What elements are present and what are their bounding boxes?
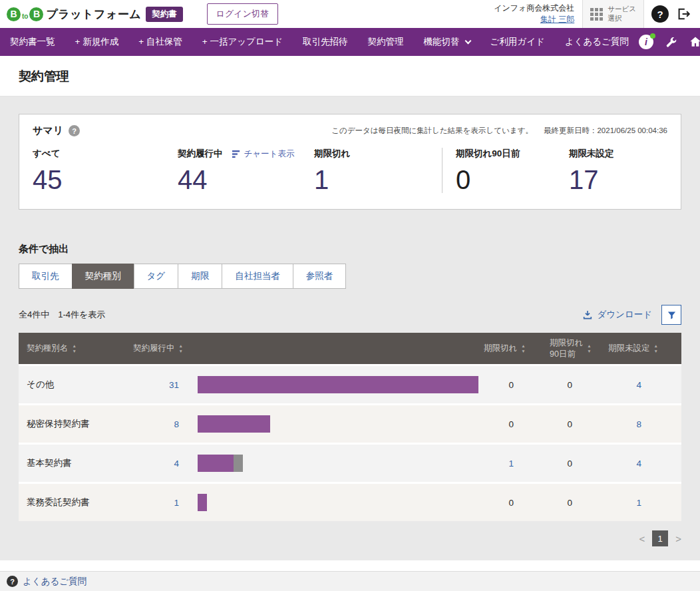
active-count-link[interactable]: 1 bbox=[174, 498, 179, 508]
sort-icon: ▲▼ bbox=[587, 343, 591, 353]
logo-platform-text: プラットフォーム bbox=[46, 7, 141, 22]
no-deadline-count-link[interactable]: 1 bbox=[636, 498, 641, 508]
no-deadline-count-link[interactable]: 4 bbox=[636, 380, 641, 390]
page-title: 契約管理 bbox=[19, 68, 681, 85]
info-button[interactable]: i bbox=[639, 35, 653, 49]
service-select-label-2: 選択 bbox=[608, 14, 621, 22]
bar-segment bbox=[234, 455, 243, 472]
user-name-link[interactable]: 集計 三郎 bbox=[494, 14, 574, 25]
filter-icon bbox=[667, 310, 677, 320]
contract-type-cell: その他 bbox=[19, 379, 133, 391]
summary-stats: すべて 45 契約履行中 チャート表示 44 期限切れ 1 bbox=[33, 148, 667, 193]
stat-expired: 期限切れ 1 bbox=[314, 148, 442, 193]
no-deadline-count-link[interactable]: 4 bbox=[636, 459, 641, 469]
expired-90-count: 0 bbox=[567, 380, 572, 390]
sort-active-header[interactable]: 契約履行中 ▲▼ bbox=[133, 343, 198, 354]
btob-logo[interactable]: B to B プラットフォーム 契約書 bbox=[7, 7, 183, 22]
table-row: その他 31 0 0 4 bbox=[19, 366, 681, 403]
expired-count-link[interactable]: 1 bbox=[508, 459, 514, 469]
contract-type-cell: 秘密保持契約書 bbox=[19, 418, 133, 430]
logo-b-icon: B bbox=[29, 7, 43, 21]
nav-item-bulk-upload[interactable]: + 一括アップロード bbox=[192, 28, 293, 56]
account-info: インフォ商会株式会社 集計 三郎 bbox=[494, 3, 574, 26]
filter-button[interactable] bbox=[661, 305, 681, 325]
footer: ? よくあるご質問 bbox=[0, 571, 700, 591]
active-count-link[interactable]: 31 bbox=[169, 380, 179, 390]
download-link[interactable]: ダウンロード bbox=[582, 309, 652, 321]
sort-contract-type-header[interactable]: 契約種別名 ▲▼ bbox=[19, 343, 133, 354]
prev-page-button[interactable]: < bbox=[639, 533, 645, 544]
nav-item-contract-management[interactable]: 契約管理 bbox=[358, 28, 414, 56]
stat-expired-90-label: 期限切れ90日前 bbox=[456, 148, 520, 160]
nav-item-self-storage[interactable]: + 自社保管 bbox=[128, 28, 192, 56]
notification-dot-icon bbox=[650, 33, 655, 39]
nav-item-function-switch[interactable]: 機能切替 bbox=[414, 28, 480, 56]
summary-note: このデータは毎日夜間に集計した結果を表示しています。 bbox=[331, 126, 533, 136]
sort-no-deadline-header[interactable]: 期限未設定 ▲▼ bbox=[607, 343, 681, 354]
nav-item-faq[interactable]: よくあるご質問 bbox=[555, 28, 639, 56]
nav-item-partner-invite[interactable]: 取引先招待 bbox=[293, 28, 358, 56]
tab-company-staff[interactable]: 自社担当者 bbox=[222, 264, 293, 289]
sort-icon: ▲▼ bbox=[654, 343, 658, 353]
download-icon bbox=[582, 309, 593, 320]
sort-icon: ▲▼ bbox=[521, 343, 525, 353]
stat-no-deadline-label: 期限未設定 bbox=[569, 148, 614, 160]
stat-expired-90: 期限切れ90日前 0 bbox=[456, 148, 569, 193]
footer-faq-link[interactable]: よくあるご質問 bbox=[23, 576, 87, 588]
next-page-button[interactable]: > bbox=[675, 533, 681, 544]
nav-item-user-guide[interactable]: ご利用ガイド bbox=[480, 28, 555, 56]
table-row: 業務委託契約書 1 0 0 1 bbox=[19, 484, 681, 521]
contract-badge: 契約書 bbox=[146, 7, 183, 22]
grid-icon bbox=[590, 8, 603, 21]
bar-chart-cell bbox=[198, 494, 484, 511]
no-deadline-count-link[interactable]: 8 bbox=[636, 419, 641, 429]
stat-expired-90-value: 0 bbox=[456, 166, 569, 193]
login-switch-button[interactable]: ログイン切替 bbox=[207, 3, 278, 25]
stat-no-deadline-value: 17 bbox=[569, 166, 667, 193]
stat-expired-value: 1 bbox=[314, 166, 442, 193]
chart-icon bbox=[232, 150, 241, 158]
stat-all-value: 45 bbox=[33, 166, 178, 193]
logout-button[interactable] bbox=[676, 7, 691, 21]
stat-all-label: すべて bbox=[33, 148, 60, 160]
active-count-link[interactable]: 8 bbox=[174, 419, 179, 429]
bottom-spacer bbox=[0, 560, 700, 571]
stat-active-label: 契約履行中 bbox=[178, 148, 223, 160]
last-updated: 最終更新日時：2021/06/25 00:04:36 bbox=[544, 126, 667, 136]
summary-help-icon[interactable]: ? bbox=[69, 125, 80, 136]
service-select[interactable]: サービス 選択 bbox=[582, 0, 644, 28]
nav-item-contract-list[interactable]: 契約書一覧 bbox=[0, 28, 65, 56]
logo-to-text: to bbox=[22, 13, 28, 20]
filter-tabs: 取引先 契約種別 タグ 期限 自社担当者 参照者 bbox=[19, 264, 681, 289]
question-icon: ? bbox=[7, 576, 18, 587]
sort-icon: ▲▼ bbox=[179, 343, 183, 353]
expired-90-count: 0 bbox=[567, 459, 572, 469]
logout-icon bbox=[676, 7, 691, 21]
results-toolbar: 全4件中 1-4件を表示 ダウンロード bbox=[19, 305, 681, 325]
sort-expired-header[interactable]: 期限切れ ▲▼ bbox=[484, 343, 534, 354]
settings-button[interactable] bbox=[665, 36, 677, 49]
contracts-table: 契約種別名 ▲▼ 契約履行中 ▲▼ 期限切れ ▲▼ 期限切れ 90日前 ▲▼ 期… bbox=[19, 333, 681, 521]
sort-icon: ▲▼ bbox=[73, 343, 77, 353]
active-count-link[interactable]: 4 bbox=[174, 459, 179, 469]
company-name: インフォ商会株式会社 bbox=[494, 3, 574, 14]
expired-90-count: 0 bbox=[567, 419, 572, 429]
chart-view-link[interactable]: チャート表示 bbox=[232, 148, 295, 160]
home-button[interactable] bbox=[689, 35, 700, 49]
sort-expired-90-header[interactable]: 期限切れ 90日前 ▲▼ bbox=[534, 337, 607, 360]
header-right: インフォ商会株式会社 集計 三郎 サービス 選択 ? bbox=[494, 0, 696, 28]
tab-partner[interactable]: 取引先 bbox=[19, 264, 73, 289]
tab-viewer[interactable]: 参照者 bbox=[293, 264, 347, 289]
filter-section-title: 条件で抽出 bbox=[19, 243, 681, 256]
help-button[interactable]: ? bbox=[651, 5, 669, 23]
tab-tag[interactable]: タグ bbox=[134, 264, 179, 289]
page-button-current[interactable]: 1 bbox=[652, 530, 668, 546]
tab-deadline[interactable]: 期限 bbox=[178, 264, 222, 289]
top-header: B to B プラットフォーム 契約書 ログイン切替 インフォ商会株式会社 集計… bbox=[0, 0, 700, 28]
table-row: 秘密保持契約書 8 0 0 8 bbox=[19, 405, 681, 443]
main-content: サマリ ? このデータは毎日夜間に集計した結果を表示しています。 最終更新日時：… bbox=[0, 97, 700, 560]
tab-contract-type[interactable]: 契約種別 bbox=[72, 264, 134, 289]
logo-b-icon: B bbox=[7, 7, 21, 21]
table-row: 基本契約書 4 1 0 4 bbox=[19, 445, 681, 482]
nav-item-new-create[interactable]: + 新規作成 bbox=[65, 28, 129, 56]
